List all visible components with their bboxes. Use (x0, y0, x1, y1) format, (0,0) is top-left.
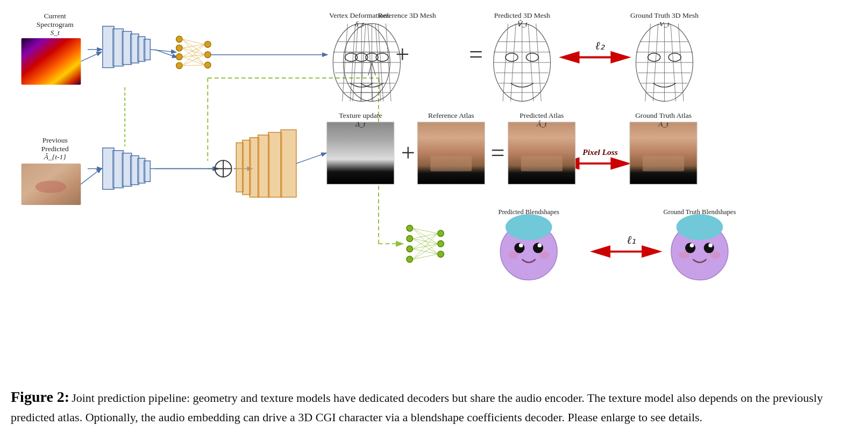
svg-line-66 (386, 24, 391, 101)
svg-line-17 (182, 39, 204, 45)
svg-rect-144 (258, 135, 269, 197)
svg-text:+: + (401, 139, 415, 166)
svg-text:V_t: V_t (659, 20, 670, 28)
svg-point-175 (677, 214, 723, 240)
svg-rect-189 (22, 164, 81, 205)
svg-rect-121 (430, 155, 472, 171)
svg-text:B_t: B_t (695, 216, 705, 224)
svg-text:Predicted 3D Mesh: Predicted 3D Mesh (494, 11, 550, 19)
svg-line-192 (81, 169, 101, 185)
svg-line-25 (182, 57, 204, 65)
svg-line-20 (182, 44, 204, 48)
svg-point-174 (671, 223, 728, 280)
svg-text:Texture update: Texture update (339, 111, 382, 119)
svg-text:S_t: S_t (51, 29, 60, 37)
svg-point-180 (679, 252, 689, 259)
svg-rect-128 (138, 37, 145, 61)
svg-line-84 (375, 24, 381, 101)
svg-rect-133 (122, 153, 131, 187)
svg-point-179 (708, 243, 713, 247)
svg-line-44 (413, 244, 438, 249)
main-container: ℓ₂ Pixel Loss ℓ₁ (0, 0, 868, 432)
svg-line-24 (182, 55, 204, 57)
svg-rect-122 (521, 155, 563, 171)
svg-rect-131 (103, 148, 114, 189)
svg-text:Predicted Atlas: Predicted Atlas (520, 111, 564, 119)
svg-point-12 (176, 54, 183, 60)
caption-text: Joint prediction pipeline: geometry and … (11, 391, 823, 424)
svg-text:Ground Truth Atlas: Ground Truth Atlas (635, 111, 692, 119)
svg-point-114 (668, 53, 681, 61)
svg-text:Vertex Deformations: Vertex Deformations (329, 11, 390, 19)
svg-rect-143 (250, 138, 259, 197)
svg-point-100 (526, 53, 538, 61)
svg-line-37 (413, 228, 438, 233)
svg-rect-125 (113, 29, 123, 66)
svg-line-112 (678, 24, 684, 101)
svg-text:Predicted Blendshapes: Predicted Blendshapes (498, 208, 559, 216)
svg-point-101 (636, 24, 693, 101)
svg-text:Predicted: Predicted (41, 145, 69, 153)
svg-point-172 (508, 252, 518, 259)
svg-rect-127 (131, 34, 139, 63)
svg-rect-142 (243, 140, 251, 195)
caption-area: Figure 2: Joint prediction pipeline: geo… (11, 385, 857, 427)
svg-point-85 (345, 53, 357, 61)
svg-line-45 (413, 249, 438, 254)
svg-point-10 (176, 36, 183, 43)
svg-text:Â_t: Â_t (536, 120, 547, 128)
svg-point-31 (407, 236, 413, 242)
svg-point-13 (176, 62, 183, 69)
svg-point-170 (519, 243, 523, 247)
svg-line-98 (536, 24, 542, 101)
svg-line-39 (413, 228, 438, 254)
svg-point-36 (438, 251, 444, 258)
svg-rect-134 (131, 155, 139, 185)
svg-point-177 (704, 243, 714, 253)
svg-text:=: = (490, 139, 504, 166)
svg-point-169 (533, 243, 543, 253)
figure-label: Figure 2: (11, 388, 69, 405)
svg-point-35 (438, 240, 444, 247)
svg-line-109 (653, 24, 658, 101)
svg-text:ℓ₁: ℓ₁ (627, 233, 636, 246)
diagram-svg: ℓ₂ Pixel Loss ℓ₁ (16, 5, 852, 291)
svg-line-95 (510, 24, 516, 101)
svg-point-138 (215, 160, 232, 177)
svg-text:Reference Atlas: Reference Atlas (428, 111, 474, 119)
svg-line-69 (368, 62, 372, 75)
svg-line-22 (182, 48, 204, 65)
svg-rect-188 (22, 38, 81, 85)
svg-point-113 (648, 53, 660, 61)
svg-rect-135 (138, 158, 145, 183)
svg-text:Current: Current (44, 12, 66, 20)
svg-line-111 (671, 24, 676, 101)
svg-point-168 (514, 243, 524, 253)
svg-line-147 (296, 153, 326, 164)
svg-line-41 (413, 238, 438, 244)
svg-text:=: = (469, 40, 483, 68)
svg-rect-141 (236, 143, 243, 192)
svg-line-80 (343, 24, 348, 101)
svg-line-83 (368, 24, 373, 101)
svg-text:Â_{t-1}: Â_{t-1} (44, 153, 66, 161)
svg-point-33 (407, 256, 413, 263)
svg-point-178 (690, 243, 694, 247)
svg-rect-146 (281, 130, 296, 197)
svg-rect-123 (643, 155, 684, 171)
svg-text:Previous: Previous (42, 136, 68, 144)
svg-point-55 (344, 24, 401, 101)
svg-rect-132 (113, 151, 123, 188)
svg-text:Pixel Loss: Pixel Loss (582, 147, 617, 157)
svg-line-48 (413, 254, 438, 259)
svg-line-38 (413, 228, 438, 244)
svg-line-43 (413, 233, 438, 249)
svg-text:Spectrogram: Spectrogram (37, 20, 74, 29)
svg-point-14 (204, 41, 211, 48)
svg-point-34 (438, 230, 444, 237)
svg-point-176 (685, 243, 695, 253)
svg-point-87 (494, 24, 551, 101)
svg-text:B̂_t: B̂_t (524, 216, 534, 224)
svg-text:V̂_t: V̂_t (517, 19, 528, 28)
svg-point-32 (407, 246, 413, 252)
